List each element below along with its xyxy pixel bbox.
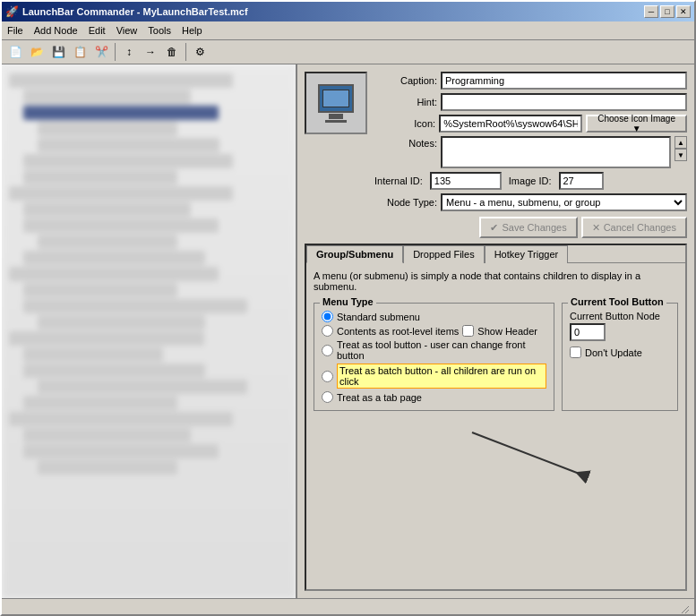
cancel-icon: ✕ <box>592 222 600 234</box>
resize-icon <box>678 603 689 613</box>
cancel-label: Cancel Changes <box>604 222 676 233</box>
tab-dropped-files[interactable]: Dropped Files <box>403 245 484 263</box>
toolbar-separator-1 <box>115 43 116 61</box>
id-row: Internal ID: Image ID: <box>374 172 687 190</box>
buttons-row: ✔ Save Changes ✕ Cancel Changes <box>305 217 687 238</box>
menu-type-group: Menu Type Standard submenu Contents a <box>314 303 554 411</box>
close-button[interactable]: ✕ <box>676 5 691 18</box>
dont-update-row: Don't Update <box>570 346 670 358</box>
internal-id-input[interactable] <box>430 172 502 190</box>
right-panel: Caption: Hint: Icon: Choose Icon Im <box>297 64 694 598</box>
menu-type-title: Menu Type <box>320 296 376 307</box>
save-label: Save Changes <box>502 222 566 233</box>
current-tool-title: Current Tool Button <box>568 296 666 307</box>
image-id-input[interactable] <box>559 172 604 190</box>
icon-preview <box>305 72 367 134</box>
maximize-button[interactable]: □ <box>660 5 675 18</box>
hint-row: Hint: <box>374 93 687 111</box>
radio-tool-button[interactable]: Treat as tool button - user can change f… <box>322 339 546 361</box>
menu-tools[interactable]: Tools <box>142 23 176 38</box>
dont-update-checkbox[interactable] <box>570 346 581 358</box>
choose-icon-button[interactable]: Choose Icon Image ▼ <box>586 115 687 133</box>
toolbar-open[interactable]: 📂 <box>27 42 47 62</box>
caption-input[interactable] <box>441 72 687 90</box>
menu-add-node[interactable]: Add Node <box>29 23 83 38</box>
icon-label: Icon: <box>374 118 435 129</box>
caption-label: Caption: <box>374 75 437 86</box>
title-bar-text: 🚀 LaunchBar Commander - MyLaunchBarTest.… <box>5 5 248 18</box>
current-tool-group: Current Tool Button Current Button Node … <box>562 303 678 411</box>
menu-help[interactable]: Help <box>176 23 208 38</box>
arrow-annotation <box>314 415 678 486</box>
tab-panel: Group/Submenu Dropped Files Hotkey Trigg… <box>305 244 687 591</box>
svg-line-3 <box>685 610 689 613</box>
show-header-label: Show Header <box>477 326 537 337</box>
caption-row: Caption: <box>374 72 687 90</box>
show-header-checkbox[interactable] <box>462 325 474 337</box>
radio-tab-page[interactable]: Treat as a tab page <box>322 391 546 403</box>
tree-view <box>2 64 296 598</box>
icon-input[interactable] <box>439 115 582 133</box>
radio-standard-submenu[interactable]: Standard submenu <box>322 311 546 322</box>
toolbar-new[interactable]: 📄 <box>5 42 25 62</box>
toolbar-separator-2 <box>185 43 186 61</box>
window-title: LaunchBar Commander - MyLaunchBarTest.mc… <box>22 6 248 17</box>
monitor-stand <box>329 114 343 119</box>
batch-button-label: Treat as batch button - all children are… <box>337 364 546 389</box>
notes-scroll-down[interactable]: ▼ <box>675 149 687 161</box>
radio-root-level[interactable]: Contents as root-level items <box>322 325 459 337</box>
properties-area: Caption: Hint: Icon: Choose Icon Im <box>305 72 687 238</box>
title-bar-controls: ─ □ ✕ <box>644 5 691 18</box>
toolbar: 📄 📂 💾 📋 ✂️ ↕ → 🗑 ⚙ <box>2 40 694 64</box>
toolbar-save[interactable]: 💾 <box>48 42 68 62</box>
monitor-screen <box>322 90 349 107</box>
tab-description: A menu (or submenu) is simply a node tha… <box>314 270 678 292</box>
two-column-layout: Menu Type Standard submenu Contents a <box>314 299 678 415</box>
notes-row: Notes: ▲ ▼ <box>374 136 687 168</box>
menu-view[interactable]: View <box>111 23 143 38</box>
monitor-icon <box>318 84 354 113</box>
tab-group-submenu[interactable]: Group/Submenu <box>306 245 403 263</box>
left-panel <box>2 64 297 598</box>
minimize-button[interactable]: ─ <box>644 5 658 18</box>
monitor-base <box>325 120 347 123</box>
toolbar-cut[interactable]: ✂️ <box>91 42 111 62</box>
node-type-select[interactable]: Menu - a menu, submenu, or group <box>441 193 687 211</box>
radio-group: Standard submenu Contents as root-level … <box>322 311 546 403</box>
radio-batch-button[interactable]: Treat as batch button - all children are… <box>322 364 546 389</box>
menu-bar: File Add Node Edit View Tools Help <box>2 21 694 40</box>
hint-input[interactable] <box>441 93 687 111</box>
svg-line-1 <box>472 432 589 477</box>
menu-edit[interactable]: Edit <box>83 23 111 38</box>
dont-update-label: Don't Update <box>585 347 642 358</box>
notes-label: Notes: <box>374 136 437 149</box>
node-type-label: Node Type: <box>374 197 437 208</box>
tab-bar: Group/Submenu Dropped Files Hotkey Trigg… <box>306 245 685 263</box>
image-id-label: Image ID: <box>509 175 552 186</box>
tab-hotkey-trigger[interactable]: Hotkey Trigger <box>485 245 569 263</box>
internal-id-label: Internal ID: <box>374 175 423 186</box>
notes-input[interactable] <box>441 136 671 168</box>
toolbar-copy[interactable]: 📋 <box>70 42 90 62</box>
save-icon: ✔ <box>490 222 498 234</box>
toolbar-properties[interactable]: ⚙ <box>190 42 210 62</box>
current-btn-node-input[interactable] <box>570 323 606 341</box>
svg-line-2 <box>682 606 689 613</box>
toolbar-delete[interactable]: 🗑 <box>162 42 182 62</box>
icon-row: Icon: Choose Icon Image ▼ <box>374 115 687 133</box>
menu-file[interactable]: File <box>2 23 29 38</box>
main-content: Caption: Hint: Icon: Choose Icon Im <box>2 64 694 598</box>
toolbar-indent[interactable]: → <box>141 42 160 62</box>
cancel-changes-button[interactable]: ✕ Cancel Changes <box>581 217 687 238</box>
save-changes-button[interactable]: ✔ Save Changes <box>479 217 577 238</box>
status-bar <box>2 598 694 614</box>
toolbar-move[interactable]: ↕ <box>119 42 139 62</box>
main-window: 🚀 LaunchBar Commander - MyLaunchBarTest.… <box>0 0 696 616</box>
hint-label: Hint: <box>374 97 437 107</box>
notes-scroll-up[interactable]: ▲ <box>675 136 687 149</box>
arrow-svg <box>445 415 624 486</box>
current-btn-node-label: Current Button Node <box>570 311 670 321</box>
resize-handle[interactable] <box>678 603 689 613</box>
tab-content-group-submenu: A menu (or submenu) is simply a node tha… <box>306 263 685 589</box>
window-icon: 🚀 <box>5 5 19 18</box>
